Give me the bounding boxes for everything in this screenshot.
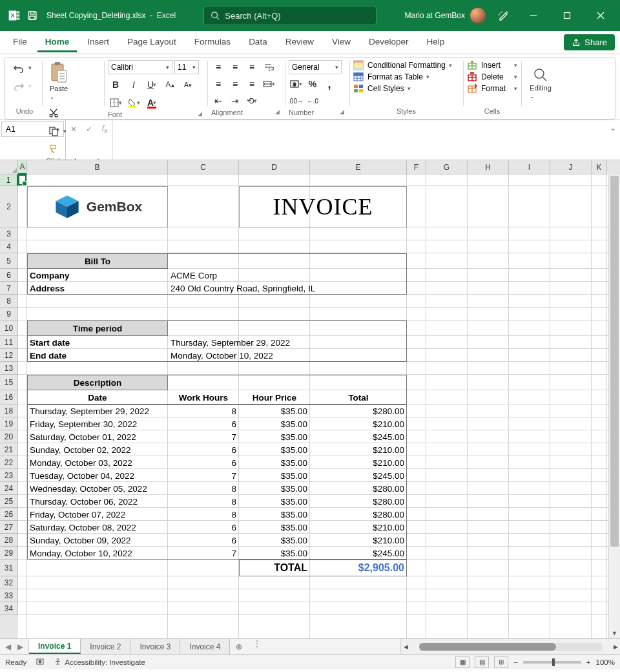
description-header[interactable]: Description — [27, 375, 168, 390]
line-total[interactable]: $280.00 — [310, 508, 407, 521]
line-date[interactable]: Thursday, September 29, 2022 — [27, 404, 168, 417]
align-bottom-button[interactable]: ≡ — [245, 60, 259, 74]
row-header[interactable]: 13 — [0, 362, 18, 375]
line-price[interactable]: $35.00 — [239, 417, 310, 430]
column-header[interactable]: C — [168, 160, 239, 174]
end-date-value[interactable]: Monday, October 10, 2022 — [168, 349, 407, 362]
col-total-header[interactable]: Total — [310, 390, 407, 404]
paste-button[interactable]: Paste⌄ — [46, 60, 72, 101]
macro-record-icon[interactable] — [36, 657, 45, 667]
minimize-button[interactable] — [519, 1, 548, 30]
sheet-tab[interactable]: Invoice 2 — [81, 639, 130, 654]
close-button[interactable] — [586, 1, 615, 30]
line-date[interactable]: Tuesday, October 04, 2022 — [27, 469, 168, 482]
line-hours[interactable]: 6 — [168, 521, 239, 534]
row-header[interactable]: 23 — [0, 469, 18, 482]
select-all-corner[interactable] — [0, 160, 18, 174]
dialog-launcher-icon[interactable]: ◢ — [338, 109, 346, 116]
tab-data[interactable]: Data — [241, 33, 275, 52]
border-button[interactable]: ▾ — [108, 95, 123, 110]
line-hours[interactable]: 8 — [168, 495, 239, 508]
col-date-header[interactable]: Date — [27, 390, 168, 404]
column-header[interactable]: B — [27, 160, 168, 174]
chevron-down-icon[interactable]: ▾ — [63, 128, 67, 134]
row-header[interactable]: 20 — [0, 430, 18, 443]
line-price[interactable]: $35.00 — [239, 521, 310, 534]
row-header[interactable]: 28 — [0, 534, 18, 547]
undo-button[interactable] — [11, 60, 26, 76]
tab-view[interactable]: View — [324, 33, 358, 52]
collapse-formula-bar-icon[interactable]: ⌃ — [610, 123, 616, 132]
line-hours[interactable]: 6 — [168, 417, 239, 430]
tab-insert[interactable]: Insert — [79, 33, 117, 52]
company-label[interactable]: Company — [27, 269, 168, 282]
row-header[interactable]: 1 — [0, 174, 18, 186]
start-date-label[interactable]: Start date — [27, 336, 168, 349]
zoom-level[interactable]: 100% — [596, 658, 615, 666]
dialog-launcher-icon[interactable]: ◢ — [273, 109, 281, 116]
number-format-combo[interactable]: General▾ — [289, 60, 342, 74]
normal-view-button[interactable]: ▦ — [455, 656, 470, 668]
align-right-button[interactable]: ≡ — [245, 77, 259, 91]
tab-help[interactable]: Help — [419, 33, 453, 52]
row-header[interactable]: 6 — [0, 269, 18, 282]
line-total[interactable]: $245.00 — [310, 430, 407, 443]
copy-button[interactable] — [46, 123, 61, 139]
zoom-out-button[interactable]: − — [513, 658, 518, 666]
line-total[interactable]: $210.00 — [310, 534, 407, 547]
cell-styles-button[interactable]: Cell Styles▾ — [353, 83, 459, 94]
line-hours[interactable]: 8 — [168, 508, 239, 521]
row-header[interactable]: 11 — [0, 336, 18, 349]
user-account[interactable]: Mario at GemBox — [405, 8, 486, 23]
company-value[interactable]: ACME Corp — [168, 269, 407, 282]
decrease-decimal-button[interactable]: ←.0 — [305, 94, 320, 108]
row-header[interactable]: 27 — [0, 521, 18, 534]
row-header[interactable]: 31 — [0, 560, 18, 576]
line-price[interactable]: $35.00 — [239, 495, 310, 508]
delete-cells-button[interactable]: Delete ▾ — [467, 72, 517, 82]
line-price[interactable]: $35.00 — [239, 443, 310, 456]
line-price[interactable]: $35.00 — [239, 430, 310, 443]
insert-cells-button[interactable]: Insert ▾ — [467, 60, 517, 70]
row-header[interactable]: 7 — [0, 282, 18, 295]
editing-button[interactable]: Editing⌄ — [526, 66, 555, 101]
line-date[interactable]: Wednesday, October 05, 2022 — [27, 482, 168, 495]
row-header[interactable]: 34 — [0, 602, 18, 615]
line-hours[interactable]: 6 — [168, 443, 239, 456]
line-total[interactable]: $280.00 — [310, 404, 407, 417]
end-date-label[interactable]: End date — [27, 349, 168, 362]
font-name-combo[interactable]: Calibri▾ — [108, 60, 172, 74]
bold-button[interactable]: B — [108, 77, 123, 92]
zoom-slider[interactable] — [523, 661, 581, 664]
conditional-formatting-button[interactable]: Conditional Formatting▾ — [353, 60, 459, 70]
maximize-button[interactable] — [553, 1, 581, 30]
cut-button[interactable] — [46, 105, 61, 121]
row-header[interactable]: 21 — [0, 443, 18, 456]
chevron-down-icon[interactable]: ▾ — [28, 65, 32, 71]
column-header[interactable]: H — [468, 160, 509, 174]
row-header[interactable]: 33 — [0, 589, 18, 602]
column-header[interactable]: J — [550, 160, 592, 174]
line-total[interactable]: $245.00 — [310, 547, 407, 560]
align-middle-button[interactable]: ≡ — [228, 60, 242, 74]
line-date[interactable]: Saturday, October 08, 2022 — [27, 521, 168, 534]
line-date[interactable]: Sunday, October 09, 2022 — [27, 534, 168, 547]
line-hours[interactable]: 6 — [168, 456, 239, 469]
sheet-tab[interactable]: Invoice 3 — [130, 639, 180, 654]
formula-input[interactable]: ⌃ — [113, 120, 620, 160]
line-date[interactable]: Monday, October 03, 2022 — [27, 456, 168, 469]
increase-indent-button[interactable]: ⇥ — [228, 94, 242, 108]
column-header[interactable]: E — [310, 160, 407, 174]
redo-button[interactable] — [11, 78, 26, 94]
tab-home[interactable]: Home — [37, 33, 78, 52]
line-price[interactable]: $35.00 — [239, 456, 310, 469]
row-header[interactable]: 12 — [0, 349, 18, 362]
column-header[interactable]: G — [426, 160, 468, 174]
coming-soon-icon[interactable] — [493, 10, 514, 21]
tab-developer[interactable]: Developer — [361, 33, 417, 52]
font-color-button[interactable]: A▾ — [144, 95, 160, 110]
start-date-value[interactable]: Thursday, September 29, 2022 — [168, 336, 407, 349]
line-hours[interactable]: 6 — [168, 534, 239, 547]
line-date[interactable]: Friday, September 30, 2022 — [27, 417, 168, 430]
address-label[interactable]: Address — [27, 282, 168, 295]
